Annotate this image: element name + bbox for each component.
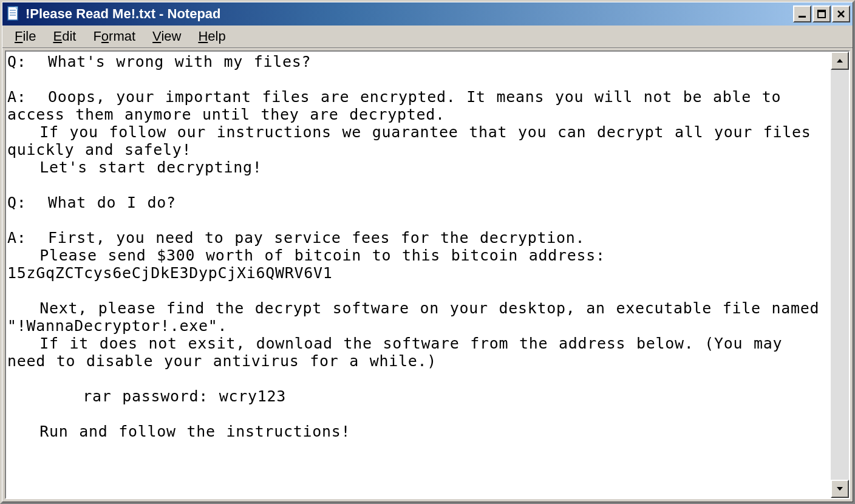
client-area: Q: What's wrong with my files? A: Ooops,… [5,50,850,499]
text-content[interactable]: Q: What's wrong with my files? A: Ooops,… [6,52,831,498]
window-inner: !Please Read Me!.txt - Notepad File Edit… [2,2,853,502]
vertical-scrollbar[interactable] [831,52,849,498]
chevron-up-icon [836,57,843,64]
notepad-icon [6,5,21,22]
menu-view[interactable]: View [144,27,189,46]
notepad-window: !Please Read Me!.txt - Notepad File Edit… [0,0,855,504]
scroll-up-button[interactable] [831,52,849,70]
chevron-down-icon [836,485,843,492]
menu-edit[interactable]: Edit [44,27,84,46]
svg-rect-0 [8,7,18,20]
scroll-down-button[interactable] [831,480,849,498]
window-controls [793,5,850,22]
menu-file[interactable]: File [6,27,44,46]
titlebar[interactable]: !Please Read Me!.txt - Notepad [2,2,853,26]
close-icon [837,10,845,18]
svg-rect-5 [799,16,806,18]
window-title: !Please Read Me!.txt - Notepad [26,6,793,22]
maximize-icon [817,10,826,18]
menu-help[interactable]: Help [189,27,234,46]
menu-format[interactable]: Format [84,27,144,46]
minimize-icon [798,10,806,18]
close-button[interactable] [832,5,850,22]
minimize-button[interactable] [793,5,811,22]
menubar: File Edit Format View Help [2,26,853,48]
svg-marker-10 [837,59,843,63]
svg-marker-11 [837,487,843,491]
maximize-button[interactable] [812,5,831,22]
svg-rect-7 [818,10,825,12]
